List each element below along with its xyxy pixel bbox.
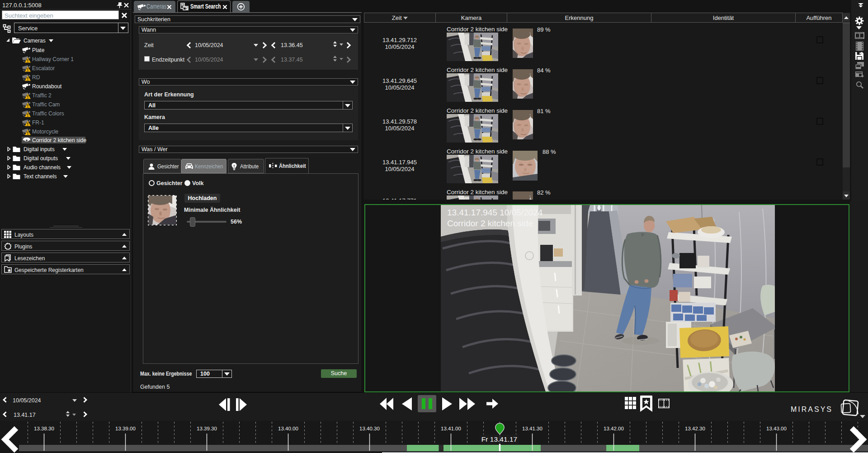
- svg-text:13.42.30: 13.42.30: [685, 426, 705, 431]
- svg-text:13.43.00: 13.43.00: [766, 426, 787, 431]
- svg-text:13.39.30: 13.39.30: [197, 426, 217, 431]
- svg-text:13.41.30: 13.41.30: [522, 426, 542, 431]
- svg-text:13.41.00: 13.41.00: [441, 426, 461, 431]
- svg-text:Corridor 2 kitchen side: Corridor 2 kitchen side: [447, 219, 533, 228]
- svg-text:13.41.17.945 10/05/2024: 13.41.17.945 10/05/2024: [447, 208, 543, 217]
- svg-text:Fr 13.41.17: Fr 13.41.17: [481, 435, 517, 443]
- svg-text:13.39.00: 13.39.00: [115, 426, 136, 431]
- svg-text:13.38.30: 13.38.30: [34, 426, 54, 431]
- svg-text:13.42.00: 13.42.00: [604, 426, 624, 431]
- svg-text:13.40.30: 13.40.30: [359, 426, 380, 431]
- svg-text:13.40.00: 13.40.00: [278, 426, 298, 431]
